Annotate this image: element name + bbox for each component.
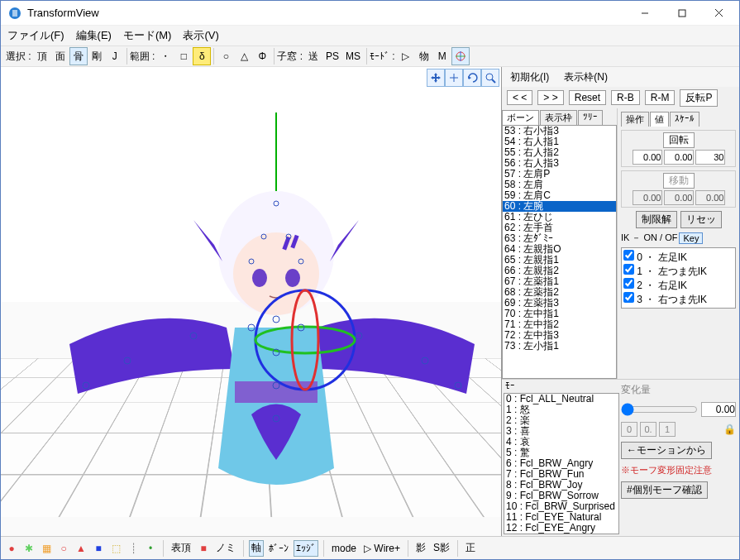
- sb-sq[interactable]: ■: [91, 540, 106, 557]
- sb-wire[interactable]: ▷ Wire+: [361, 540, 403, 557]
- ik-item[interactable]: 1 ・ 左つま先IK: [623, 264, 733, 278]
- sb-sshadow[interactable]: S影: [431, 540, 452, 557]
- lock-icon[interactable]: 🔒: [723, 424, 736, 435]
- rot-x[interactable]: [633, 150, 662, 165]
- bone-item[interactable]: 73 : 左小指1: [503, 341, 616, 352]
- morph-list[interactable]: 0 : Fcl_ALL_Neutral1 : 怒2 : 楽3 : 喜4 : 哀5…: [504, 393, 619, 534]
- menu-init[interactable]: 初期化(I): [510, 70, 549, 84]
- svg-point-12: [233, 232, 319, 315]
- select-label: 選択 :: [6, 50, 31, 64]
- sel-face[interactable]: 面: [51, 47, 69, 65]
- mode-play[interactable]: ▷: [397, 47, 415, 65]
- menu-view[interactable]: 表示(V): [183, 28, 218, 43]
- preset-0[interactable]: 0: [621, 422, 637, 437]
- sb-dash[interactable]: ┊: [126, 540, 141, 557]
- rotate-tool-icon[interactable]: [463, 69, 481, 87]
- mov-z: [695, 190, 725, 205]
- character-model: [28, 112, 475, 510]
- preset-0dot[interactable]: 0.: [640, 422, 656, 437]
- sel-bone[interactable]: 骨: [69, 47, 88, 65]
- key-button[interactable]: Key: [679, 232, 703, 244]
- sb-shadow[interactable]: 影: [413, 540, 428, 557]
- morph-header: ﾓｰ: [502, 380, 618, 391]
- zoom-tool-icon[interactable]: [481, 69, 499, 87]
- tab-bone[interactable]: ボーン: [502, 110, 539, 125]
- close-button[interactable]: [700, 2, 738, 25]
- subwin-ps[interactable]: PS: [322, 47, 342, 65]
- tab-operate[interactable]: 操作: [621, 112, 649, 127]
- bone-list[interactable]: 53 : 右小指354 : 右人指155 : 右人指256 : 右人指357 :…: [502, 125, 617, 379]
- sb-tri[interactable]: ▲: [74, 540, 88, 557]
- ik-item[interactable]: 0 ・ 左足IK: [623, 250, 733, 264]
- shape-tri[interactable]: △: [235, 47, 253, 65]
- subwin-ms[interactable]: MS: [342, 47, 364, 65]
- sb-mode[interactable]: mode: [329, 540, 359, 557]
- preset-1[interactable]: 1: [659, 422, 676, 437]
- sb-red-dot[interactable]: ●: [4, 540, 19, 557]
- change-value[interactable]: [701, 402, 736, 417]
- rot-y[interactable]: [664, 150, 694, 165]
- mode-gizmo[interactable]: [451, 47, 470, 65]
- sb-edge[interactable]: ｴｯｼﾞ: [294, 540, 318, 557]
- limit-off-button[interactable]: 制限解: [636, 211, 677, 228]
- change-slider[interactable]: [621, 403, 698, 416]
- sb-bone[interactable]: ﾎﾞｰﾝ: [266, 540, 291, 557]
- menu-displayframe[interactable]: 表示枠(N): [564, 70, 608, 84]
- viewport[interactable]: [1, 67, 502, 536]
- ik-item[interactable]: 2 ・ 右足IK: [623, 278, 733, 292]
- sb-nomi[interactable]: ノミ: [213, 540, 238, 557]
- sb-green[interactable]: ✱: [21, 540, 36, 557]
- nav-reset[interactable]: Reset: [569, 90, 606, 105]
- rotation-label[interactable]: 回転: [663, 132, 695, 148]
- menu-edit[interactable]: 編集(E): [76, 28, 112, 43]
- ik-item[interactable]: 3 ・ 右つま先IK: [623, 292, 733, 306]
- morph-item[interactable]: 12 : Fcl_EYE_Angry: [504, 523, 618, 534]
- nav-next[interactable]: > >: [537, 90, 563, 105]
- move-tool-icon[interactable]: [427, 69, 445, 87]
- mode-m[interactable]: M: [433, 47, 451, 65]
- sb-circle[interactable]: ○: [56, 540, 71, 557]
- sb-joint[interactable]: ⬚: [108, 540, 123, 557]
- sel-rigid[interactable]: 剛: [88, 47, 106, 65]
- tab-scale[interactable]: ｽｹｰﾙ: [670, 112, 699, 127]
- sb-axis[interactable]: 軸: [249, 540, 264, 557]
- tab-tree[interactable]: ﾂﾘｰ: [578, 110, 603, 125]
- shape-circle[interactable]: ○: [217, 47, 235, 65]
- svg-rect-3: [679, 10, 685, 17]
- sb-red-sq[interactable]: ■: [196, 540, 211, 557]
- sb-orange[interactable]: ▦: [39, 540, 54, 557]
- maximize-button[interactable]: [663, 2, 700, 25]
- subwin-send[interactable]: 送: [304, 47, 322, 65]
- sb-norm[interactable]: 正: [463, 540, 478, 557]
- nav-prev[interactable]: < <: [507, 90, 532, 105]
- minimize-button[interactable]: [626, 2, 663, 25]
- from-motion-button[interactable]: ←モーションから: [621, 442, 712, 459]
- left-tabs: ボーン 表示枠 ﾂﾘｰ: [502, 108, 617, 125]
- ik-list[interactable]: 0 ・ 左足IK 1 ・ 左つま先IK 2 ・ 右足IK 3 ・ 右つま先IK: [621, 247, 736, 309]
- sel-joint[interactable]: J: [106, 47, 124, 65]
- reset-button[interactable]: リセッ: [680, 211, 722, 228]
- sb-surface[interactable]: 表頂: [169, 540, 193, 557]
- range-dot[interactable]: ・: [156, 47, 174, 65]
- morph-confirm-button[interactable]: #個別モーフ確認: [621, 481, 708, 499]
- title-bar: TransformView: [1, 1, 739, 26]
- right-tabs: 操作 値 ｽｹｰﾙ: [621, 110, 736, 127]
- svg-point-16: [285, 269, 300, 287]
- pan-tool-icon[interactable]: [445, 69, 463, 87]
- nav-flip[interactable]: 反転P: [680, 89, 718, 107]
- range-box[interactable]: □: [174, 47, 193, 65]
- rot-z[interactable]: [695, 150, 725, 165]
- fix-note: ※モーフ変形固定注意: [621, 464, 736, 476]
- menu-mode[interactable]: モード(M): [123, 28, 172, 43]
- sel-vertex[interactable]: 頂: [33, 47, 51, 65]
- mode-phys[interactable]: 物: [415, 47, 433, 65]
- range-sigma[interactable]: δ: [193, 47, 211, 65]
- tab-value[interactable]: 値: [650, 112, 669, 127]
- nav-rb[interactable]: R-B: [611, 90, 640, 105]
- nav-rm[interactable]: R-M: [645, 90, 676, 105]
- tab-frame[interactable]: 表示枠: [540, 110, 577, 125]
- sb-dot[interactable]: •: [143, 540, 158, 557]
- change-label: 変化量: [621, 383, 736, 397]
- shape-phi[interactable]: Φ: [253, 47, 271, 65]
- menu-file[interactable]: ファイル(F): [7, 28, 64, 43]
